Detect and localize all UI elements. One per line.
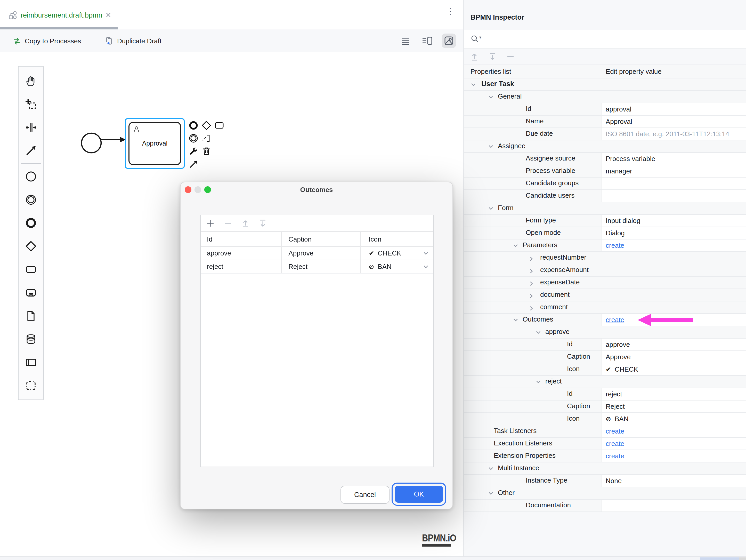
column-header-icon[interactable]: Icon — [361, 232, 433, 246]
canvas-view-icon[interactable] — [441, 33, 456, 48]
chevron-down-icon[interactable] — [513, 318, 518, 321]
column-header-caption[interactable]: Caption — [282, 232, 361, 246]
chevron-right-icon[interactable] — [530, 281, 533, 286]
add-row-icon[interactable] — [206, 219, 214, 227]
outcome-id-cell[interactable]: approve — [201, 247, 282, 260]
property-value-cell[interactable]: ISO 8601 date, e.g. 2011-03-11T12:13:14 — [602, 128, 746, 140]
inspector-row-parameters[interactable]: Parameterscreate — [464, 240, 746, 252]
inspector-row-execution-listeners[interactable]: Execution Listenerscreate — [464, 438, 746, 450]
outcome-icon-cell[interactable]: ⊘BAN — [361, 260, 433, 273]
property-value-cell[interactable]: approve — [602, 339, 746, 351]
property-value-cell[interactable]: ⊘BAN — [602, 413, 746, 425]
outcome-row-approve[interactable]: approveApprove✔CHECK — [201, 247, 433, 260]
property-value-cell[interactable]: Process variable — [602, 153, 746, 165]
chevron-right-icon[interactable] — [530, 293, 533, 298]
property-value-cell[interactable]: Input dialog — [602, 215, 746, 227]
hand-tool-icon[interactable] — [19, 69, 43, 92]
search-options-caret-icon[interactable]: ▾ — [479, 35, 481, 40]
inspector-row-form[interactable]: Form — [464, 202, 746, 215]
inspector-row-id[interactable]: Idapproval — [464, 103, 746, 116]
property-value-cell[interactable]: create — [602, 240, 746, 251]
chevron-down-icon[interactable] — [536, 331, 541, 334]
start-event-icon[interactable] — [19, 165, 43, 188]
duplicate-draft-button[interactable]: Duplicate Draft — [105, 29, 162, 52]
pad-task-icon[interactable] — [213, 120, 225, 131]
intermediate-event-icon[interactable] — [19, 188, 43, 211]
inspector-row-process-variable[interactable]: Process variablemanager — [464, 165, 746, 177]
group-icon[interactable] — [19, 374, 43, 397]
pad-wrench-icon[interactable] — [188, 145, 199, 157]
inspector-row-caption[interactable]: CaptionReject — [464, 400, 746, 413]
inspector-row-open-mode[interactable]: Open modeDialog — [464, 227, 746, 240]
property-value-cell[interactable] — [602, 177, 746, 189]
create-link[interactable]: create — [606, 425, 624, 437]
chevron-down-icon[interactable] — [489, 207, 493, 210]
chevron-down-icon[interactable] — [489, 492, 493, 495]
property-value-cell[interactable]: manager — [602, 165, 746, 177]
tab-reimbursement-draft-bpmn[interactable]: reimbursement.draft.bpmn — [8, 7, 111, 23]
end-event-icon[interactable] — [19, 211, 43, 234]
create-link[interactable]: create — [606, 450, 624, 462]
pad-end-event-icon[interactable] — [188, 120, 199, 131]
inspector-row-multi-instance[interactable]: Multi Instance — [464, 463, 746, 475]
inspector-row-expensedate[interactable]: expenseDate — [464, 277, 746, 289]
property-value-cell[interactable]: create — [602, 425, 746, 437]
inspector-row-instance-type[interactable]: Instance TypeNone — [464, 475, 746, 487]
cancel-button[interactable]: Cancel — [341, 486, 390, 504]
inspector-row-reject[interactable]: reject — [464, 376, 746, 388]
create-link[interactable]: create — [606, 240, 624, 251]
inspector-search[interactable]: ▾ — [464, 30, 746, 49]
chevron-down-icon[interactable] — [513, 244, 518, 247]
chevron-down-icon[interactable] — [489, 145, 493, 148]
inspector-row-expenseamount[interactable]: expenseAmount — [464, 264, 746, 277]
start-event-node[interactable] — [81, 132, 102, 154]
bpmn-io-logo[interactable]: BPMN.iO — [422, 533, 456, 546]
chevron-down-icon[interactable] — [536, 380, 541, 383]
inspector-row-candidate-users[interactable]: Candidate users — [464, 190, 746, 202]
chevron-down-icon[interactable] — [424, 252, 428, 255]
inspector-row-general[interactable]: General — [464, 91, 746, 103]
close-icon[interactable] — [106, 12, 111, 18]
inspector-row-name[interactable]: NameApproval — [464, 116, 746, 128]
chevron-right-icon[interactable] — [530, 269, 533, 273]
inspector-row-documentation[interactable]: Documentation — [464, 500, 746, 512]
property-value-cell[interactable]: Reject — [602, 400, 746, 412]
property-value-cell[interactable] — [602, 500, 746, 511]
remove-row-icon[interactable] — [224, 219, 232, 227]
inspector-row-document[interactable]: document — [464, 289, 746, 301]
outcome-caption-cell[interactable]: Reject — [282, 260, 361, 273]
pad-connect-icon[interactable] — [188, 159, 199, 170]
pad-text-annotation-icon[interactable] — [201, 133, 212, 144]
collapse-icon[interactable] — [489, 52, 496, 61]
lasso-tool-icon[interactable] — [19, 92, 43, 116]
move-up-icon[interactable] — [241, 219, 249, 227]
column-header-id[interactable]: Id — [201, 232, 282, 246]
inspector-row-assignee[interactable]: Assignee — [464, 140, 746, 153]
chevron-right-icon[interactable] — [530, 306, 533, 310]
outcome-caption-cell[interactable]: Approve — [282, 247, 361, 260]
inspector-row-extension-properties[interactable]: Extension Propertiescreate — [464, 450, 746, 463]
chevron-down-icon[interactable] — [489, 467, 493, 470]
remove-property-icon[interactable] — [507, 53, 514, 60]
inspector-row-assignee-source[interactable]: Assignee sourceProcess variable — [464, 153, 746, 165]
list-view-icon[interactable] — [398, 33, 413, 48]
inspector-row-requestnumber[interactable]: requestNumber — [464, 252, 746, 264]
property-value-cell[interactable]: Approve — [602, 351, 746, 363]
property-value-cell[interactable] — [602, 190, 746, 202]
inspector-row-id[interactable]: Idreject — [464, 388, 746, 400]
chevron-down-icon[interactable] — [489, 95, 493, 98]
inspector-row-candidate-groups[interactable]: Candidate groups — [464, 177, 746, 190]
data-store-icon[interactable] — [19, 327, 43, 351]
create-link[interactable]: create — [606, 314, 624, 326]
subprocess-icon[interactable] — [19, 281, 43, 304]
inspector-row-user-task[interactable]: User Task — [464, 79, 746, 91]
property-value-cell[interactable]: create — [602, 450, 746, 462]
chevron-right-icon[interactable] — [530, 256, 533, 261]
property-value-cell[interactable]: None — [602, 475, 746, 487]
expand-icon[interactable] — [470, 52, 478, 61]
horizontal-scrollbar-thumb[interactable] — [700, 557, 739, 560]
property-value-cell[interactable]: create — [602, 438, 746, 450]
chevron-down-icon[interactable] — [424, 265, 428, 269]
property-value-cell[interactable]: approval — [602, 103, 746, 115]
data-object-icon[interactable] — [19, 304, 43, 327]
